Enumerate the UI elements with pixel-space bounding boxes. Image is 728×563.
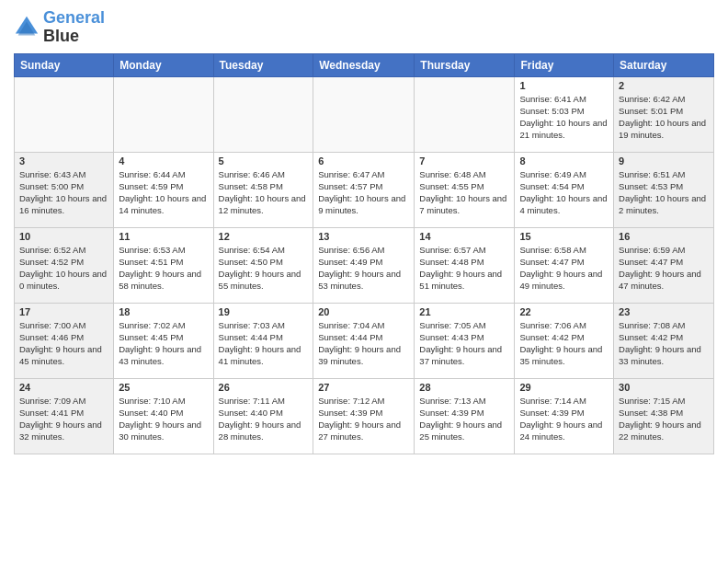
day-number: 24	[19, 382, 108, 393]
day-info: Sunrise: 6:48 AM Sunset: 4:55 PM Dayligh…	[419, 168, 509, 217]
weekday-header: Tuesday	[213, 53, 313, 76]
weekday-header: Sunday	[15, 53, 114, 76]
day-number: 4	[119, 155, 208, 167]
day-number: 3	[19, 155, 108, 167]
day-info: Sunrise: 7:12 AM Sunset: 4:39 PM Dayligh…	[318, 395, 409, 443]
day-info: Sunrise: 7:10 AM Sunset: 4:40 PM Dayligh…	[119, 395, 208, 443]
day-number: 23	[619, 306, 709, 317]
day-number: 25	[119, 382, 208, 393]
calendar-day-cell: 20Sunrise: 7:04 AM Sunset: 4:44 PM Dayli…	[313, 303, 415, 378]
day-info: Sunrise: 6:44 AM Sunset: 4:59 PM Dayligh…	[119, 168, 208, 217]
day-number: 29	[519, 382, 609, 393]
day-info: Sunrise: 7:14 AM Sunset: 4:39 PM Dayligh…	[519, 395, 609, 443]
calendar-day-cell: 2Sunrise: 6:42 AM Sunset: 5:01 PM Daylig…	[614, 76, 714, 152]
day-info: Sunrise: 6:58 AM Sunset: 4:47 PM Dayligh…	[519, 244, 609, 293]
day-info: Sunrise: 7:09 AM Sunset: 4:41 PM Dayligh…	[19, 395, 108, 443]
calendar-week-row: 1Sunrise: 6:41 AM Sunset: 5:03 PM Daylig…	[15, 76, 714, 152]
weekday-header: Wednesday	[313, 53, 415, 76]
calendar-day-cell	[313, 76, 415, 152]
main-container: General Blue SundayMondayTuesdayWednesda…	[0, 0, 728, 464]
day-info: Sunrise: 7:11 AM Sunset: 4:40 PM Dayligh…	[219, 395, 309, 443]
logo-text: General Blue	[43, 9, 105, 46]
calendar-day-cell: 5Sunrise: 6:46 AM Sunset: 4:58 PM Daylig…	[213, 152, 313, 227]
calendar-day-cell: 25Sunrise: 7:10 AM Sunset: 4:40 PM Dayli…	[114, 378, 213, 454]
day-number: 1	[519, 80, 609, 91]
day-info: Sunrise: 6:59 AM Sunset: 4:47 PM Dayligh…	[619, 244, 709, 293]
calendar-week-row: 3Sunrise: 6:43 AM Sunset: 5:00 PM Daylig…	[15, 152, 714, 227]
calendar-day-cell: 23Sunrise: 7:08 AM Sunset: 4:42 PM Dayli…	[614, 303, 714, 378]
day-number: 20	[318, 306, 409, 317]
day-info: Sunrise: 7:13 AM Sunset: 4:39 PM Dayligh…	[419, 395, 509, 443]
day-number: 6	[318, 155, 409, 167]
calendar-day-cell: 4Sunrise: 6:44 AM Sunset: 4:59 PM Daylig…	[114, 152, 213, 227]
day-info: Sunrise: 7:15 AM Sunset: 4:38 PM Dayligh…	[619, 395, 709, 443]
day-number: 14	[419, 231, 509, 242]
day-info: Sunrise: 7:04 AM Sunset: 4:44 PM Dayligh…	[318, 319, 409, 368]
calendar-day-cell: 16Sunrise: 6:59 AM Sunset: 4:47 PM Dayli…	[614, 227, 714, 303]
calendar-day-cell: 27Sunrise: 7:12 AM Sunset: 4:39 PM Dayli…	[313, 378, 415, 454]
calendar-day-cell: 26Sunrise: 7:11 AM Sunset: 4:40 PM Dayli…	[213, 378, 313, 454]
calendar-day-cell: 29Sunrise: 7:14 AM Sunset: 4:39 PM Dayli…	[515, 378, 614, 454]
logo-icon	[14, 15, 40, 40]
calendar-day-cell: 8Sunrise: 6:49 AM Sunset: 4:54 PM Daylig…	[515, 152, 614, 227]
day-number: 18	[119, 306, 208, 317]
calendar-week-row: 24Sunrise: 7:09 AM Sunset: 4:41 PM Dayli…	[15, 378, 714, 454]
calendar-day-cell	[213, 76, 313, 152]
calendar-day-cell: 12Sunrise: 6:54 AM Sunset: 4:50 PM Dayli…	[213, 227, 313, 303]
calendar-day-cell: 9Sunrise: 6:51 AM Sunset: 4:53 PM Daylig…	[614, 152, 714, 227]
day-info: Sunrise: 6:52 AM Sunset: 4:52 PM Dayligh…	[19, 244, 108, 293]
day-info: Sunrise: 7:08 AM Sunset: 4:42 PM Dayligh…	[619, 319, 709, 368]
day-info: Sunrise: 6:47 AM Sunset: 4:57 PM Dayligh…	[318, 168, 409, 217]
day-info: Sunrise: 7:03 AM Sunset: 4:44 PM Dayligh…	[219, 319, 309, 368]
day-number: 30	[619, 382, 709, 393]
weekday-header: Monday	[114, 53, 213, 76]
day-number: 9	[619, 155, 709, 167]
calendar-day-cell: 6Sunrise: 6:47 AM Sunset: 4:57 PM Daylig…	[313, 152, 415, 227]
day-number: 7	[419, 155, 509, 167]
weekday-header: Thursday	[415, 53, 515, 76]
day-info: Sunrise: 6:56 AM Sunset: 4:49 PM Dayligh…	[318, 244, 409, 293]
calendar-day-cell: 11Sunrise: 6:53 AM Sunset: 4:51 PM Dayli…	[114, 227, 213, 303]
day-number: 19	[219, 306, 309, 317]
calendar-day-cell: 24Sunrise: 7:09 AM Sunset: 4:41 PM Dayli…	[15, 378, 114, 454]
calendar-day-cell: 18Sunrise: 7:02 AM Sunset: 4:45 PM Dayli…	[114, 303, 213, 378]
calendar-day-cell: 3Sunrise: 6:43 AM Sunset: 5:00 PM Daylig…	[15, 152, 114, 227]
day-number: 12	[219, 231, 309, 242]
calendar-day-cell	[114, 76, 213, 152]
day-info: Sunrise: 6:57 AM Sunset: 4:48 PM Dayligh…	[419, 244, 509, 293]
calendar-week-row: 10Sunrise: 6:52 AM Sunset: 4:52 PM Dayli…	[15, 227, 714, 303]
day-number: 26	[219, 382, 309, 393]
calendar-week-row: 17Sunrise: 7:00 AM Sunset: 4:46 PM Dayli…	[15, 303, 714, 378]
weekday-header: Friday	[515, 53, 614, 76]
calendar-day-cell: 21Sunrise: 7:05 AM Sunset: 4:43 PM Dayli…	[415, 303, 515, 378]
day-info: Sunrise: 6:41 AM Sunset: 5:03 PM Dayligh…	[519, 93, 609, 142]
calendar-day-cell: 15Sunrise: 6:58 AM Sunset: 4:47 PM Dayli…	[515, 227, 614, 303]
day-info: Sunrise: 6:46 AM Sunset: 4:58 PM Dayligh…	[219, 168, 309, 217]
calendar-day-cell: 10Sunrise: 6:52 AM Sunset: 4:52 PM Dayli…	[15, 227, 114, 303]
day-number: 10	[19, 231, 108, 242]
calendar-day-cell: 19Sunrise: 7:03 AM Sunset: 4:44 PM Dayli…	[213, 303, 313, 378]
day-number: 11	[119, 231, 208, 242]
calendar-day-cell: 22Sunrise: 7:06 AM Sunset: 4:42 PM Dayli…	[515, 303, 614, 378]
day-info: Sunrise: 6:49 AM Sunset: 4:54 PM Dayligh…	[519, 168, 609, 217]
day-number: 2	[619, 80, 709, 91]
day-number: 5	[219, 155, 309, 167]
logo: General Blue	[14, 9, 105, 46]
calendar-header-row: SundayMondayTuesdayWednesdayThursdayFrid…	[15, 53, 714, 76]
calendar-day-cell: 30Sunrise: 7:15 AM Sunset: 4:38 PM Dayli…	[614, 378, 714, 454]
weekday-header: Saturday	[614, 53, 714, 76]
day-number: 28	[419, 382, 509, 393]
calendar-day-cell: 28Sunrise: 7:13 AM Sunset: 4:39 PM Dayli…	[415, 378, 515, 454]
day-number: 13	[318, 231, 409, 242]
day-info: Sunrise: 6:51 AM Sunset: 4:53 PM Dayligh…	[619, 168, 709, 217]
day-number: 21	[419, 306, 509, 317]
day-info: Sunrise: 6:42 AM Sunset: 5:01 PM Dayligh…	[619, 93, 709, 142]
header: General Blue	[14, 9, 714, 46]
day-number: 15	[519, 231, 609, 242]
calendar-day-cell	[415, 76, 515, 152]
day-info: Sunrise: 6:53 AM Sunset: 4:51 PM Dayligh…	[119, 244, 208, 293]
day-number: 8	[519, 155, 609, 167]
calendar-day-cell: 13Sunrise: 6:56 AM Sunset: 4:49 PM Dayli…	[313, 227, 415, 303]
calendar-day-cell: 14Sunrise: 6:57 AM Sunset: 4:48 PM Dayli…	[415, 227, 515, 303]
day-number: 22	[519, 306, 609, 317]
